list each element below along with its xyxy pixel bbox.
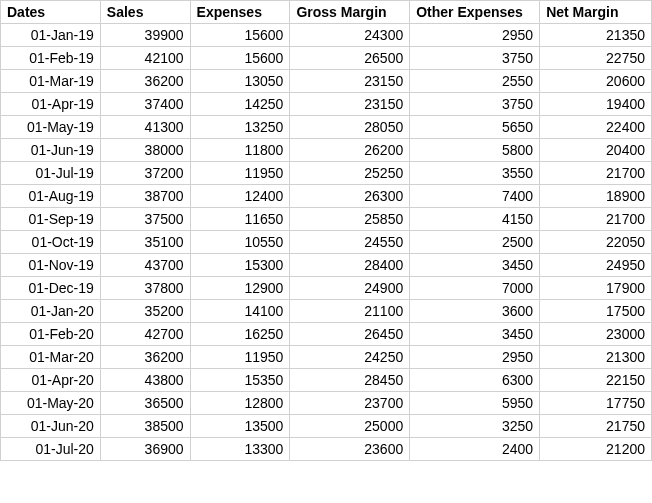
cell-sales: 36900 (100, 438, 190, 461)
cell-sales: 39900 (100, 24, 190, 47)
table-row: 01-Mar-19362001305023150255020600 (1, 70, 652, 93)
cell-net-margin: 21700 (540, 208, 652, 231)
header-other-expenses: Other Expenses (410, 1, 540, 24)
cell-date: 01-Jul-19 (1, 162, 101, 185)
cell-gross-margin: 28050 (290, 116, 410, 139)
cell-net-margin: 22050 (540, 231, 652, 254)
header-expenses: Expenses (190, 1, 290, 24)
cell-gross-margin: 23700 (290, 392, 410, 415)
cell-net-margin: 21200 (540, 438, 652, 461)
cell-expenses: 11650 (190, 208, 290, 231)
cell-expenses: 14100 (190, 300, 290, 323)
cell-gross-margin: 26200 (290, 139, 410, 162)
cell-expenses: 16250 (190, 323, 290, 346)
cell-sales: 42700 (100, 323, 190, 346)
cell-expenses: 12400 (190, 185, 290, 208)
cell-net-margin: 20600 (540, 70, 652, 93)
cell-sales: 36200 (100, 70, 190, 93)
cell-gross-margin: 24250 (290, 346, 410, 369)
cell-net-margin: 19400 (540, 93, 652, 116)
table-row: 01-Sep-19375001165025850415021700 (1, 208, 652, 231)
cell-gross-margin: 28450 (290, 369, 410, 392)
cell-date: 01-Mar-20 (1, 346, 101, 369)
cell-expenses: 12900 (190, 277, 290, 300)
cell-other-expenses: 2950 (410, 24, 540, 47)
cell-date: 01-Jan-20 (1, 300, 101, 323)
cell-date: 01-Feb-20 (1, 323, 101, 346)
cell-date: 01-Sep-19 (1, 208, 101, 231)
cell-expenses: 11950 (190, 346, 290, 369)
cell-net-margin: 21700 (540, 162, 652, 185)
cell-expenses: 13500 (190, 415, 290, 438)
table-row: 01-Apr-19374001425023150375019400 (1, 93, 652, 116)
table-row: 01-Jun-19380001180026200580020400 (1, 139, 652, 162)
cell-date: 01-Jun-19 (1, 139, 101, 162)
cell-other-expenses: 3550 (410, 162, 540, 185)
cell-other-expenses: 2400 (410, 438, 540, 461)
cell-other-expenses: 5950 (410, 392, 540, 415)
cell-sales: 43700 (100, 254, 190, 277)
cell-net-margin: 17500 (540, 300, 652, 323)
cell-other-expenses: 2550 (410, 70, 540, 93)
cell-other-expenses: 3600 (410, 300, 540, 323)
cell-net-margin: 24950 (540, 254, 652, 277)
cell-other-expenses: 3450 (410, 254, 540, 277)
header-net-margin: Net Margin (540, 1, 652, 24)
table-row: 01-Feb-19421001560026500375022750 (1, 47, 652, 70)
header-dates: Dates (1, 1, 101, 24)
cell-net-margin: 20400 (540, 139, 652, 162)
cell-sales: 37200 (100, 162, 190, 185)
cell-sales: 37800 (100, 277, 190, 300)
cell-date: 01-Apr-20 (1, 369, 101, 392)
cell-expenses: 13300 (190, 438, 290, 461)
cell-sales: 38000 (100, 139, 190, 162)
cell-date: 01-May-19 (1, 116, 101, 139)
table-row: 01-May-19413001325028050565022400 (1, 116, 652, 139)
cell-net-margin: 22150 (540, 369, 652, 392)
cell-sales: 42100 (100, 47, 190, 70)
cell-other-expenses: 2500 (410, 231, 540, 254)
cell-net-margin: 21350 (540, 24, 652, 47)
cell-net-margin: 18900 (540, 185, 652, 208)
cell-net-margin: 21300 (540, 346, 652, 369)
cell-other-expenses: 3750 (410, 93, 540, 116)
table-row: 01-Apr-20438001535028450630022150 (1, 369, 652, 392)
cell-net-margin: 17750 (540, 392, 652, 415)
cell-sales: 37400 (100, 93, 190, 116)
cell-other-expenses: 5800 (410, 139, 540, 162)
table-row: 01-Jan-19399001560024300295021350 (1, 24, 652, 47)
table-row: 01-Jul-19372001195025250355021700 (1, 162, 652, 185)
cell-expenses: 15300 (190, 254, 290, 277)
cell-date: 01-Feb-19 (1, 47, 101, 70)
cell-gross-margin: 25850 (290, 208, 410, 231)
table-row: 01-May-20365001280023700595017750 (1, 392, 652, 415)
cell-expenses: 11950 (190, 162, 290, 185)
cell-expenses: 15600 (190, 24, 290, 47)
cell-other-expenses: 7400 (410, 185, 540, 208)
cell-expenses: 13250 (190, 116, 290, 139)
cell-sales: 35100 (100, 231, 190, 254)
cell-gross-margin: 26500 (290, 47, 410, 70)
table-row: 01-Mar-20362001195024250295021300 (1, 346, 652, 369)
cell-date: 01-Aug-19 (1, 185, 101, 208)
financial-table: Dates Sales Expenses Gross Margin Other … (0, 0, 652, 461)
table-row: 01-Feb-20427001625026450345023000 (1, 323, 652, 346)
cell-net-margin: 22750 (540, 47, 652, 70)
cell-date: 01-Jul-20 (1, 438, 101, 461)
table-row: 01-Nov-19437001530028400345024950 (1, 254, 652, 277)
cell-other-expenses: 3250 (410, 415, 540, 438)
cell-net-margin: 21750 (540, 415, 652, 438)
cell-date: 01-Mar-19 (1, 70, 101, 93)
cell-date: 01-Apr-19 (1, 93, 101, 116)
cell-expenses: 13050 (190, 70, 290, 93)
cell-sales: 43800 (100, 369, 190, 392)
cell-gross-margin: 23150 (290, 93, 410, 116)
cell-other-expenses: 5650 (410, 116, 540, 139)
cell-sales: 41300 (100, 116, 190, 139)
cell-date: 01-Dec-19 (1, 277, 101, 300)
table-row: 01-Oct-19351001055024550250022050 (1, 231, 652, 254)
table-row: 01-Dec-19378001290024900700017900 (1, 277, 652, 300)
table-body: 01-Jan-1939900156002430029502135001-Feb-… (1, 24, 652, 461)
table-row: 01-Jun-20385001350025000325021750 (1, 415, 652, 438)
cell-gross-margin: 23150 (290, 70, 410, 93)
